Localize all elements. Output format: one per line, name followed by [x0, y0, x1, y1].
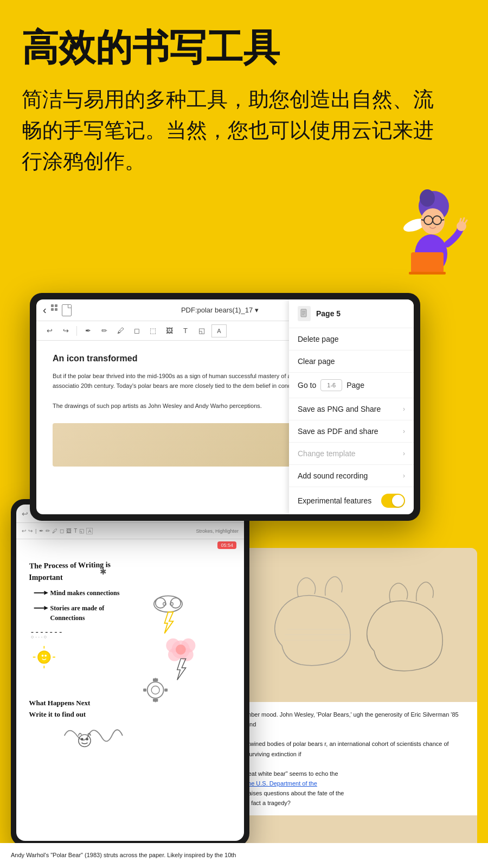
svg-rect-61 — [153, 679, 158, 682]
pen-tool-button[interactable]: ✒ — [81, 324, 94, 337]
change-template-item[interactable]: Change template › — [289, 443, 414, 465]
page-icon — [298, 306, 311, 321]
small-highlighter[interactable]: 🖊 — [52, 528, 57, 534]
svg-point-1 — [420, 189, 435, 207]
menu-header: Page 5 — [289, 299, 414, 328]
bear-text2: rtwined bodies of polar bears r, an inte… — [246, 739, 470, 758]
svg-text:○ ·  ·  · ○: ○ · · · ○ — [31, 634, 47, 640]
goto-container: Go to Page — [298, 379, 364, 391]
svg-line-14 — [463, 218, 464, 222]
save-pdf-item[interactable]: Save as PDF and share › — [289, 420, 414, 443]
svg-point-47 — [176, 644, 186, 655]
small-image[interactable]: 🖼 — [66, 528, 72, 534]
delete-page-item[interactable]: Delete page — [289, 328, 414, 350]
svg-text:What Happens Next: What Happens Next — [29, 699, 91, 707]
svg-text:Connections: Connections — [50, 614, 85, 622]
department-link[interactable]: the U.S. Department of the — [246, 780, 317, 787]
bear-content-area: mber mood. John Wesley, 'Polar Bears,' u… — [239, 548, 477, 852]
small-back-button[interactable]: ↩ — [22, 509, 28, 518]
tablet-small: ↩ ↪ Document 03-26_6 ▾ ✏️ ⋮ ↩ ↪ | ✒ ✏ 🖊 … — [11, 499, 249, 846]
svg-point-39 — [171, 598, 181, 608]
svg-marker-26 — [44, 606, 48, 610]
svg-point-54 — [86, 738, 88, 741]
hero-title: 高效的书写工具 — [22, 27, 466, 68]
handwriting-area: The Process of Writing is Important Mind… — [16, 539, 244, 841]
save-pdf-label: Save as PDF and share — [298, 427, 378, 436]
eraser-button[interactable]: ◻ — [130, 324, 143, 337]
svg-text:Mind makes connections: Mind makes connections — [50, 589, 120, 597]
goto-page-item: Go to Page — [289, 373, 414, 398]
svg-text:Important: Important — [29, 573, 63, 582]
doc-thumb-icon[interactable] — [62, 304, 72, 316]
goto-label: Go to — [298, 381, 316, 390]
grid-view-icon[interactable] — [51, 304, 57, 316]
strokes-label: Strokes, Highlighter — [196, 528, 239, 534]
undo-button[interactable]: ↩ — [43, 324, 56, 337]
svg-point-55 — [147, 682, 164, 698]
svg-point-30 — [38, 651, 50, 663]
svg-point-52 — [79, 735, 91, 746]
small-pencil-tool[interactable]: ✏ — [46, 528, 50, 534]
svg-text:Stories are made of: Stories are made of — [50, 604, 105, 612]
change-template-label: Change template — [298, 449, 356, 458]
svg-text:Write it to find out: Write it to find out — [29, 710, 86, 718]
save-png-item[interactable]: Save as PNG and Share › — [289, 398, 414, 420]
svg-text:✱: ✱ — [100, 567, 107, 576]
timer-badge: 05:54 — [217, 541, 236, 549]
goto-input[interactable] — [320, 379, 342, 391]
font-button[interactable]: A — [211, 324, 227, 337]
svg-line-13 — [460, 219, 461, 222]
add-sound-label: Add sound recording — [298, 471, 368, 480]
svg-point-36 — [44, 655, 47, 657]
text-box-button[interactable]: T — [179, 324, 192, 337]
clear-page-label: Clear page — [298, 357, 335, 366]
footer-text: Andy Warhol's "Polar Bear" (1983) struts… — [11, 852, 236, 858]
experimental-toggle[interactable] — [381, 494, 405, 508]
character-illustration — [363, 174, 472, 282]
bear-text1: mber mood. John Wesley, 'Polar Bears,' u… — [246, 710, 470, 729]
tablet-small-inner: ↩ ↪ Document 03-26_6 ▾ ✏️ ⋮ ↩ ↪ | ✒ ✏ 🖊 … — [16, 505, 244, 841]
svg-rect-62 — [153, 699, 158, 702]
redo-button[interactable]: ↪ — [59, 324, 72, 337]
save-png-label: Save as PNG and Share — [298, 405, 381, 413]
selection-button[interactable]: ⬚ — [146, 324, 159, 337]
toolbar-grid-icons — [51, 304, 72, 316]
add-sound-item[interactable]: Add sound recording › — [289, 465, 414, 487]
small-pen-tool[interactable]: ✒ — [39, 528, 43, 534]
small-divider: | — [35, 528, 36, 534]
bear-text3: reat white bear" seems to echo the the U… — [246, 769, 470, 808]
svg-line-8 — [441, 220, 444, 220]
goto-page-word: Page — [346, 381, 364, 390]
small-shape[interactable]: ◱ — [79, 528, 84, 534]
small-font[interactable]: A — [86, 528, 93, 534]
small-drawing-toolbar: ↩ ↪ | ✒ ✏ 🖊 ◻ 🖼 T ◱ A Strokes, Highlight… — [16, 523, 244, 539]
svg-rect-63 — [143, 688, 146, 692]
bear-text-content: mber mood. John Wesley, 'Polar Bears,' u… — [239, 702, 477, 815]
back-button[interactable]: ‹ — [43, 304, 47, 316]
svg-point-53 — [81, 738, 84, 741]
context-menu: Page 5 Delete page Clear page Go to Page… — [289, 299, 414, 514]
svg-point-35 — [42, 655, 44, 657]
chevron-right-icon: › — [403, 405, 405, 413]
svg-line-15 — [465, 220, 467, 224]
experimental-features-item: Experimental features — [289, 487, 414, 514]
svg-rect-11 — [411, 252, 444, 273]
chevron-right-icon2: › — [403, 427, 405, 435]
small-undo2[interactable]: ↩ — [22, 528, 26, 534]
pencil-tool-button[interactable]: ✏ — [98, 324, 111, 337]
highlighter-button[interactable]: 🖊 — [114, 324, 127, 337]
chevron-right-icon3: › — [403, 450, 405, 457]
clear-page-item[interactable]: Clear page — [289, 350, 414, 373]
shape-button[interactable]: ◱ — [195, 324, 208, 337]
image-button[interactable]: 🖼 — [163, 324, 176, 337]
small-eraser[interactable]: ◻ — [60, 528, 64, 534]
experimental-label: Experimental features — [298, 496, 371, 505]
hero-subtitle: 简洁与易用的多种工具，助您创造出自然、流畅的手写笔记。当然，您也可以使用云记来进… — [22, 84, 434, 177]
svg-marker-23 — [44, 591, 48, 595]
svg-rect-64 — [164, 688, 168, 692]
small-textbox[interactable]: T — [74, 528, 77, 534]
page-title-label: Page 5 — [316, 309, 341, 318]
small-redo2[interactable]: ↪ — [28, 528, 33, 534]
chevron-right-icon4: › — [403, 472, 405, 480]
hero-section: 高效的书写工具 简洁与易用的多种工具，助您创造出自然、流畅的手写笔记。当然，您也… — [0, 0, 488, 188]
